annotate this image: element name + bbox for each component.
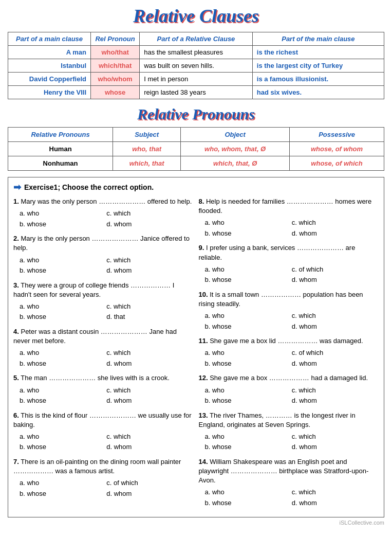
option: b. whose (20, 219, 106, 229)
table1-header-2: Rel Pronoun (91, 32, 140, 46)
table2-row1-col0: Nonhuman (8, 156, 113, 171)
question-text: 8. Help is needed for families ………………… h… (199, 197, 379, 216)
question-block: 14. William Shakespeare was an English p… (199, 457, 379, 508)
question-block: 9. I prefer using a bank, services ……………… (199, 243, 379, 284)
question-text: 7. There is an oil-painting on the dinin… (13, 457, 194, 476)
option: a. who (20, 255, 106, 265)
option: d. whom (106, 442, 193, 452)
option: b. whose (205, 359, 292, 369)
question-block: 3. They were a group of college friends … (13, 281, 194, 322)
section-title: Relative Pronouns (8, 105, 384, 123)
question-block: 6. This is the kind of flour ………………… we … (13, 411, 194, 452)
question-text: 12. She gave me a box ……………… had a damag… (199, 373, 379, 383)
table1-row0-col3: has the smallest pleasures (140, 46, 253, 59)
option: c. which (292, 385, 379, 396)
options-grid: a. whoc. whichb. whosed. whom (20, 255, 194, 276)
option: c. which (106, 432, 193, 442)
option: a. who (20, 348, 106, 358)
exercise-section: ➡ Exercise1; Choose the correct option. … (8, 177, 384, 517)
option: c. which (106, 348, 193, 358)
option: a. who (20, 208, 106, 219)
options-grid: a. whoc. whichb. whosed. whom (20, 208, 194, 229)
options-grid: a. whoc. of whichb. whosed. whom (20, 478, 194, 498)
question-block: 4. Peter was a distant cousin ………………… Ja… (13, 327, 194, 368)
question-text: 14. William Shakespeare was an English p… (199, 457, 379, 486)
option: a. who (205, 487, 292, 497)
table1-header-4: Part of the main clause (252, 32, 384, 46)
exercise-left-col: 1. Mary was the only person ………………… offe… (13, 197, 194, 513)
exercise-right-col: 8. Help is needed for families ………………… h… (199, 197, 379, 513)
exercise-title: ➡ Exercise1; Choose the correct option. (13, 182, 379, 193)
options-grid: a. whoc. whichb. whosed. whom (205, 487, 379, 508)
option: a. who (20, 301, 106, 312)
option: b. whose (205, 228, 292, 239)
options-grid: a. whoc. whichb. whosed. whom (20, 348, 194, 368)
table1-row3-col3: reign lasted 38 years (140, 86, 253, 99)
table1-row0-col1: A man (8, 46, 91, 59)
option: a. who (205, 348, 292, 358)
table2-header-1: Subject (113, 128, 181, 142)
question-block: 8. Help is needed for families ………………… h… (199, 197, 379, 238)
question-text: 13. The river Thames, ………… is the longes… (199, 411, 379, 429)
option: b. whose (20, 396, 106, 406)
table1-row2-col4: is a famous illusionist. (252, 73, 384, 86)
exercise-title-text: Exercise1; Choose the correct option. (24, 183, 154, 191)
options-grid: a. whoc. whichb. whosed. whom (20, 385, 194, 406)
option: a. who (205, 432, 292, 442)
option: d. whom (292, 228, 379, 239)
question-block: 2. Mary is the only person ………………… Janic… (13, 234, 194, 275)
option: c. of which (106, 478, 193, 488)
option: c. of which (292, 348, 379, 358)
question-text: 6. This is the kind of flour ………………… we … (13, 411, 194, 429)
option: a. who (205, 385, 292, 396)
table2-row0-col2: who, whom, that, Ø (181, 142, 290, 156)
question-text: 5. The man ………………… she lives with is a c… (13, 373, 194, 383)
option: a. who (205, 264, 292, 275)
option: a. who (205, 311, 292, 321)
table1-row0-col4: is the richest (252, 46, 384, 59)
option: a. who (20, 432, 106, 442)
option: c. which (106, 255, 193, 265)
option: b. whose (20, 489, 106, 499)
option: b. whose (20, 359, 106, 369)
option: d. whom (292, 498, 379, 508)
option: b. whose (20, 265, 106, 276)
question-text: 10. It is a small town ……………… population… (199, 290, 379, 309)
question-block: 10. It is a small town ……………… population… (199, 290, 379, 331)
table1-header-1: Part of a main clause (8, 32, 91, 46)
options-grid: a. whoc. whichb. whosed. whom (205, 432, 379, 452)
question-block: 7. There is an oil-painting on the dinin… (13, 457, 194, 498)
table1-row1-col4: is the largest city of Turkey (252, 59, 384, 73)
arrow-icon: ➡ (13, 182, 21, 193)
options-grid: a. whoc. of whichb. whosed. whom (205, 348, 379, 368)
main-title: Relative Clauses (8, 5, 384, 27)
table1-row2-col3: I met in person (140, 73, 253, 86)
option: d. whom (106, 489, 193, 499)
question-text: 2. Mary is the only person ………………… Janic… (13, 234, 194, 253)
table2-row1-col1: which, that (113, 156, 181, 171)
table1-row1-col1: Istanbul (8, 59, 91, 73)
option: d. whom (292, 275, 379, 285)
table1-header-3: Part of a Relative Clause (140, 32, 253, 46)
option: c. which (106, 208, 193, 219)
question-block: 11. She gave me a box lid ……………… was dam… (199, 336, 379, 368)
option: d. that (106, 312, 193, 322)
question-text: 1. Mary was the only person ………………… offe… (13, 197, 194, 206)
table1-row0-col2: who/that (91, 46, 140, 59)
table2-row1-col3: whose, of which (290, 156, 384, 171)
options-grid: a. whoc. whichb. whosed. whom (205, 311, 379, 331)
table1-row2-col1: David Copperfield (8, 73, 91, 86)
table1-row1-col2: which/that (91, 59, 140, 73)
option: b. whose (205, 498, 292, 508)
options-grid: a. whoc. of whichb. whosed. whom (205, 264, 379, 285)
relative-clauses-table: Part of a main clause Rel Pronoun Part o… (8, 32, 384, 99)
options-grid: a. whoc. whichb. whosed. whom (205, 218, 379, 238)
option: d. whom (292, 321, 379, 332)
table2-row0-col3: whose, of whom (290, 142, 384, 156)
table2-row0-col0: Human (8, 142, 113, 156)
table2-row1-col2: which, that, Ø (181, 156, 290, 171)
exercise-columns: 1. Mary was the only person ………………… offe… (13, 197, 379, 513)
options-grid: a. whoc. whichb. whosed. that (20, 301, 194, 322)
watermark: iSLCollective.com (8, 520, 384, 526)
table2-header-2: Object (181, 128, 290, 142)
